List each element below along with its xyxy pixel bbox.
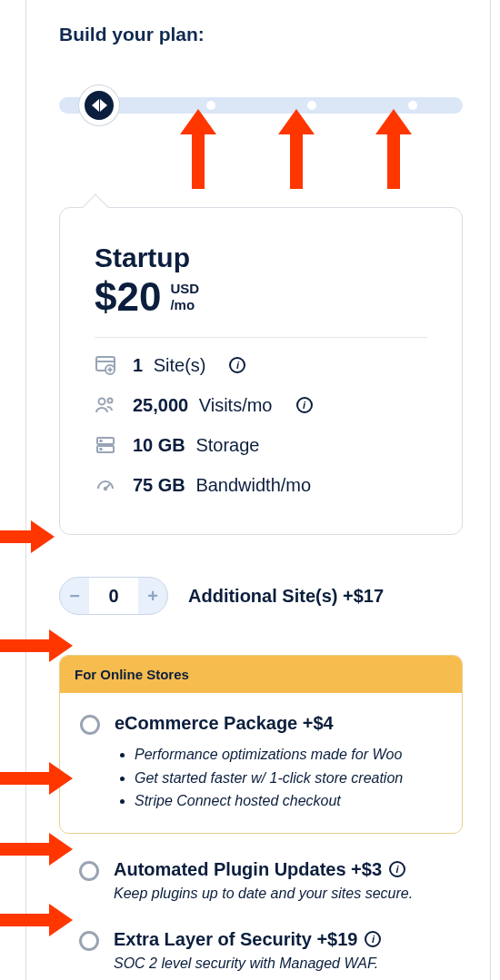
- section-heading: Build your plan:: [59, 24, 463, 45]
- addon-title: eCommerce Package +$4: [115, 713, 442, 734]
- ecommerce-addon[interactable]: eCommerce Package +$4 Performance optimi…: [60, 693, 462, 833]
- plan-price: $20: [95, 277, 161, 317]
- spec-value: 1: [133, 355, 143, 375]
- site-count-stepper[interactable]: − 0 +: [59, 577, 168, 615]
- users-icon: [95, 394, 116, 416]
- ecommerce-card: For Online Stores eCommerce Package +$4 …: [59, 655, 463, 834]
- radio-unchecked[interactable]: [79, 931, 99, 951]
- spec-value: 75 GB: [133, 475, 185, 495]
- svg-point-6: [108, 399, 113, 403]
- svg-point-12: [105, 488, 106, 490]
- period-label: /mo: [170, 297, 199, 313]
- spec-visits: 25,000 Visits/mo i: [95, 385, 427, 425]
- addon-desc: SOC 2 level security with Managed WAF.: [114, 955, 459, 972]
- card-pointer: [81, 193, 109, 222]
- server-icon: [95, 434, 116, 456]
- info-icon[interactable]: i: [229, 357, 245, 373]
- info-icon[interactable]: i: [389, 861, 405, 877]
- info-icon[interactable]: i: [296, 397, 313, 413]
- additional-sites-row: − 0 + Additional Site(s) +$17: [59, 577, 463, 615]
- addons-list: Automated Plugin Updates +$3 i Keep plug…: [59, 859, 463, 980]
- spec-sites: 1 Site(s) i: [95, 345, 427, 385]
- spec-unit: Site(s): [154, 355, 206, 375]
- addon-title: Extra Layer of Security +$19: [114, 929, 357, 950]
- ecommerce-banner: For Online Stores: [60, 656, 462, 693]
- annotation-arrow-up: [187, 109, 209, 189]
- browser-add-icon: [95, 354, 116, 376]
- bullet: Get started faster w/ 1-click store crea…: [135, 767, 442, 790]
- slider-handle[interactable]: [79, 85, 119, 125]
- spec-value: 25,000: [133, 395, 188, 415]
- price-row: $20 USD /mo: [95, 277, 427, 317]
- ecommerce-bullets: Performance optimizations made for Woo G…: [115, 743, 442, 813]
- additional-sites-label: Additional Site(s) +$17: [188, 586, 384, 607]
- gauge-icon: [95, 474, 116, 496]
- spec-unit: Visits/mo: [199, 395, 273, 415]
- spec-value: 10 GB: [133, 435, 185, 455]
- price-meta: USD /mo: [170, 277, 199, 313]
- plan-builder-panel: Build your plan: Startup $20 USD /mo: [25, 0, 491, 980]
- chevron-left-icon: [92, 99, 99, 112]
- stepper-plus[interactable]: +: [138, 578, 167, 614]
- annotation-arrow-right: [0, 910, 73, 930]
- spec-unit: Storage: [195, 435, 259, 455]
- stepper-minus[interactable]: −: [60, 578, 89, 614]
- svg-point-9: [100, 441, 102, 442]
- annotation-arrow-up: [285, 109, 307, 189]
- divider: [95, 337, 427, 338]
- addon-automated-plugin-updates[interactable]: Automated Plugin Updates +$3 i Keep plug…: [79, 859, 463, 902]
- addon-title: Automated Plugin Updates +$3: [114, 859, 382, 880]
- addon-desc: Keep plugins up to date and your sites s…: [114, 886, 459, 902]
- currency-label: USD: [170, 281, 199, 297]
- bullet: Stripe Connect hosted checkout: [135, 789, 442, 813]
- stepper-value: 0: [89, 578, 138, 614]
- spec-storage: 10 GB Storage: [95, 425, 427, 465]
- annotation-arrow-right: [0, 839, 73, 859]
- annotation-arrow-right: [0, 636, 73, 656]
- annotation-arrow-right: [0, 527, 55, 547]
- annotation-arrow-right: [0, 768, 73, 788]
- bullet: Performance optimizations made for Woo: [135, 743, 442, 767]
- chevron-right-icon: [100, 99, 107, 112]
- svg-point-10: [100, 449, 102, 450]
- plan-card: Startup $20 USD /mo 1 Site(s) i: [59, 207, 463, 535]
- addon-extra-security[interactable]: Extra Layer of Security +$19 i SOC 2 lev…: [79, 929, 463, 972]
- info-icon[interactable]: i: [365, 931, 381, 947]
- annotation-arrow-up: [383, 109, 405, 189]
- spec-unit: Bandwidth/mo: [195, 475, 311, 495]
- spec-bandwidth: 75 GB Bandwidth/mo: [95, 465, 427, 505]
- radio-unchecked[interactable]: [79, 861, 99, 881]
- radio-unchecked[interactable]: [80, 715, 100, 735]
- plan-name: Startup: [95, 243, 427, 273]
- svg-point-5: [99, 399, 105, 405]
